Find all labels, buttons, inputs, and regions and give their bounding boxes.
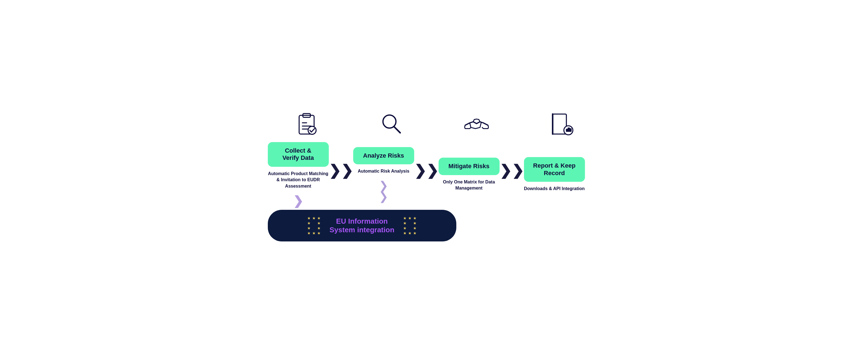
arrow-2: ❯❯ [414, 162, 439, 179]
search-icon-wrapper [361, 112, 422, 137]
eu-bar: ★ ★ ★ ★ ★ ★ ★ ★ ★ ★ EU Information Syste… [268, 210, 456, 241]
mitigate-description: Only One Matrix for Data Management [439, 179, 500, 192]
analyze-description: Automatic Risk Analysis [353, 168, 414, 174]
eu-stars-right: ★ ★ ★ ★ ★ ★ ★ ★ ★ ★ [403, 216, 417, 235]
svg-rect-12 [568, 128, 570, 131]
collect-button[interactable]: Collect & Verify Data [268, 142, 329, 167]
report-button[interactable]: Report & Keep Record [524, 157, 585, 182]
steps-row: Collect & Verify Data Automatic Product … [268, 142, 600, 207]
analyze-button[interactable]: Analyze Risks [353, 147, 414, 164]
step-collect: Collect & Verify Data Automatic Product … [268, 142, 329, 207]
bottom-section: ★ ★ ★ ★ ★ ★ ★ ★ ★ ★ EU Information Syste… [268, 207, 600, 241]
eu-stars-left: ★ ★ ★ ★ ★ ★ ★ ★ ★ ★ [307, 216, 321, 235]
arrow-1: ❯❯ [329, 162, 353, 179]
clipboard-icon-wrapper [276, 112, 337, 137]
chevron-right-3: ❯❯ [500, 162, 524, 179]
search-icon [379, 112, 404, 137]
step-mitigate: Mitigate Risks Only One Matrix for Data … [439, 158, 500, 191]
step-report: Report & Keep Record Downloads & API Int… [524, 157, 585, 192]
book-report-icon [549, 112, 574, 137]
handshake-icon [464, 112, 489, 137]
svg-point-5 [308, 126, 316, 134]
chevron-right-2: ❯❯ [414, 162, 439, 179]
collect-down-chevron: ❯ [293, 195, 303, 207]
book-report-icon-wrapper [531, 112, 592, 137]
mitigate-button[interactable]: Mitigate Risks [439, 158, 500, 175]
collect-description: Automatic Product Matching & Invitation … [268, 171, 329, 189]
handshake-icon-wrapper [446, 112, 507, 137]
icons-row [268, 112, 600, 137]
svg-rect-13 [570, 129, 571, 131]
chevron-right-1: ❯❯ [329, 162, 353, 179]
svg-rect-11 [566, 129, 568, 131]
arrow-3: ❯❯ [500, 162, 524, 179]
main-container: Collect & Verify Data Automatic Product … [268, 112, 600, 241]
eu-text: EU Information System integration [329, 217, 394, 234]
step-analyze: Analyze Risks Automatic Risk Analysis ❯ … [353, 147, 414, 202]
report-description: Downloads & API Integration [524, 186, 585, 192]
analyze-down-chevron: ❯ ❯ [379, 180, 389, 202]
svg-line-7 [394, 127, 400, 133]
clipboard-check-icon [294, 112, 319, 137]
